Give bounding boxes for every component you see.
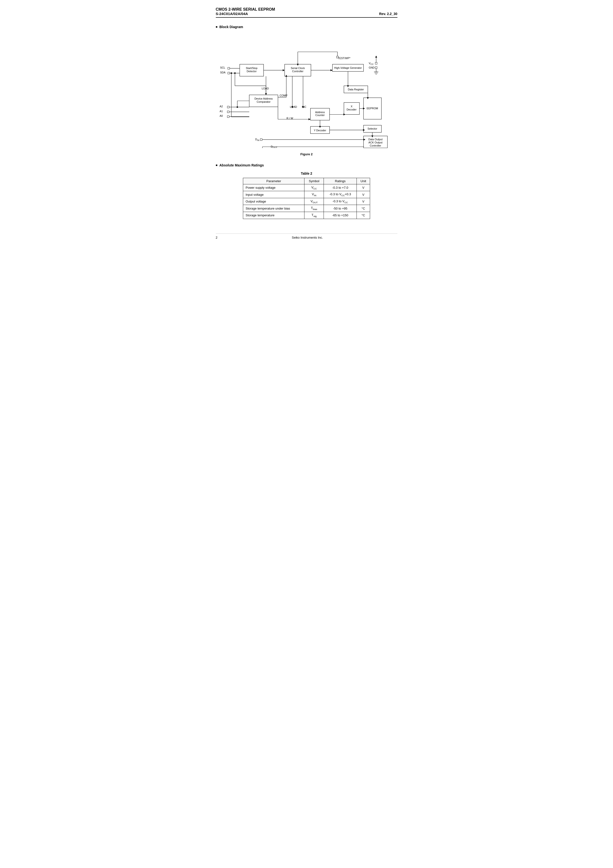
svg-rect-0 [228,67,230,69]
svg-marker-91 [343,114,345,116]
svg-text:VCC: VCC [368,62,374,65]
page-footer: 2 Seiko Instruments Inc. [216,234,398,239]
svg-marker-8 [283,69,285,71]
svg-marker-74 [319,126,321,128]
svg-text:Data Register: Data Register [348,88,364,91]
svg-text:GND: GND [368,66,375,69]
header-revision: Rev. 2.2_30 [379,12,397,16]
svg-text:X: X [350,105,352,108]
svg-marker-89 [363,108,365,110]
svg-text:A2: A2 [220,105,223,108]
svg-text:Decoder: Decoder [347,108,356,111]
svg-text:Y Decoder: Y Decoder [314,129,326,132]
block-diagram: SCL SDA Start/Stop Detector Serial Clock… [216,33,398,149]
svg-point-113 [231,73,232,74]
svg-text:TEST/WP*: TEST/WP* [337,57,350,60]
svg-text:Controller: Controller [292,70,303,73]
page-number: 2 [216,236,217,239]
svg-text:EEPROM: EEPROM [367,107,378,110]
svg-text:Device Address: Device Address [254,97,273,100]
sda-label: SDA [220,71,226,74]
section-ratings: Absolute Maximum Ratings [216,163,398,167]
header-title-line2: S-24C01A/02A/04A [216,12,248,16]
svg-text:Counter: Counter [315,114,325,116]
table-row: Storage temperature Tstg -65 to +150 °C [243,212,370,219]
svg-rect-51 [227,116,229,118]
svg-marker-78 [347,85,349,87]
svg-text:Selector: Selector [367,127,377,130]
svg-text:Address: Address [315,111,325,114]
svg-text:A1: A1 [220,110,223,113]
svg-rect-21 [375,67,377,68]
svg-marker-97 [371,135,373,137]
col-header-parameter: Parameter [243,178,305,184]
svg-rect-1 [228,72,230,74]
svg-rect-17 [375,62,377,64]
svg-marker-87 [363,129,365,131]
col-header-symbol: Symbol [305,178,324,184]
svg-marker-13 [330,69,332,71]
page-header: CMOS 2-WIRE SERIAL EEPROM S-24C01A/02A/0… [216,7,398,18]
svg-text:Detector: Detector [246,70,257,73]
section-block-diagram: Block Diagram [216,25,398,29]
svg-text:Controller: Controller [370,144,381,147]
svg-text:High-Voltage Generator: High-Voltage Generator [334,67,362,69]
svg-text:Start/Stop: Start/Stop [246,67,257,70]
svg-point-57 [236,106,238,108]
svg-text:ACK Output: ACK Output [368,141,382,144]
svg-text:LOAD: LOAD [262,87,269,90]
svg-text:Data Output: Data Output [368,138,382,141]
ratings-table: Parameter Symbol Ratings Unit Power supp… [243,178,370,219]
company-name: Seiko Instruments Inc. [292,236,323,239]
table-row: Storage temperature under bias Tbias -50… [243,205,370,212]
header-title-line1: CMOS 2-WIRE SERIAL EEPROM [216,7,398,12]
svg-marker-67 [308,118,310,120]
table-label: Table 2 [216,172,398,175]
svg-rect-100 [260,139,262,141]
svg-text:D: D [271,145,272,148]
col-header-ratings: Ratings [324,178,357,184]
svg-text:Serial Clock: Serial Clock [291,67,305,70]
scl-label: SCL [220,66,225,69]
figure-label: Figure 2 [216,152,398,156]
svg-marker-102 [363,139,365,141]
svg-rect-50 [227,111,229,113]
svg-text:A0: A0 [220,114,223,117]
svg-marker-45 [285,75,287,77]
svg-text:D: D [255,138,257,141]
svg-text:LOAD: LOAD [289,105,297,108]
table-row: Power supply voltage VCC -0.3 to +7.0 V [243,184,370,191]
svg-text:IN: IN [257,139,259,141]
svg-text:Comparator: Comparator [257,100,271,103]
svg-marker-31 [297,64,299,66]
svg-marker-19 [375,56,377,58]
svg-marker-115 [367,97,368,99]
svg-rect-49 [227,106,229,108]
table-row: Input voltage VIN -0.3 to VCC+0.3 V [243,191,370,198]
svg-text:OUT: OUT [272,146,277,148]
col-header-unit: Unit [357,178,370,184]
table-row: Output voltage VOUT -0.3 to VCC V [243,198,370,205]
